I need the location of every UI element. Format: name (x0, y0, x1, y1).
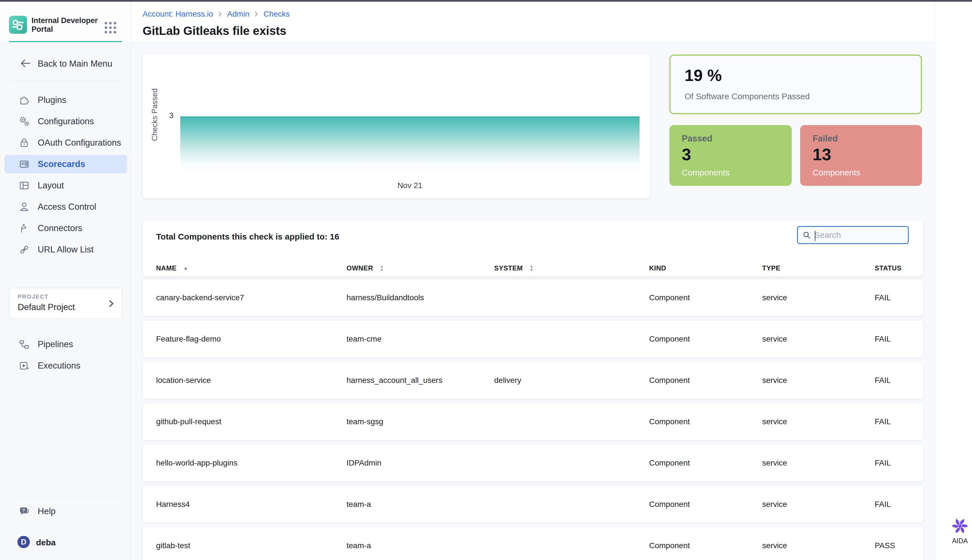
project-selector[interactable]: PROJECT Default Project (9, 288, 122, 319)
table-row[interactable]: Feature-flag-demoteam-cmeComponentservic… (143, 321, 923, 357)
chevron-right-icon (107, 299, 115, 308)
cell-name: Harness4 (156, 500, 190, 509)
cell-type: service (762, 458, 787, 468)
percent-caption: Of Software Components Passed (685, 92, 810, 101)
sidebar-nav: PluginsConfigurationsOAuth Configuration… (5, 91, 127, 262)
table-summary: Total Components this check is applied t… (156, 232, 339, 242)
passed-label: Passed (682, 133, 712, 144)
sidebar-item-oauth-configurations[interactable]: OAuth Configurations (5, 133, 127, 152)
chevron-right-icon (217, 11, 223, 17)
checks-passed-chart: Checks Passed 3 Nov 21 (143, 55, 650, 198)
sidebar-item-connectors[interactable]: Connectors (5, 219, 127, 238)
plugins-icon (18, 94, 30, 106)
right-gutter (935, 2, 972, 560)
cell-owner: harness_account_all_users (346, 376, 443, 385)
breadcrumb-item[interactable]: Checks (264, 10, 290, 18)
layout-icon (18, 179, 30, 192)
user-avatar[interactable]: D (16, 535, 31, 549)
sidebar-item-layout[interactable]: Layout (5, 176, 127, 195)
sidebar-item-label: Configurations (38, 117, 94, 127)
connectors-icon (18, 222, 30, 235)
executions-icon (18, 360, 30, 372)
table-row[interactable]: github-pull-requestteam-sgsgComponentser… (143, 403, 923, 440)
back-to-main-menu[interactable]: Back to Main Menu (9, 55, 122, 73)
breadcrumb-item[interactable]: Admin (227, 10, 249, 18)
sidebar-item-label: Plugins (38, 95, 66, 105)
sidebar-item-url-allow-list[interactable]: URL Allow List (5, 240, 127, 259)
breadcrumb: Account: Harness.ioAdminChecks (143, 10, 290, 18)
passed-caption: Components (682, 168, 730, 177)
table-row[interactable]: Harness4team-aComponentserviceFAIL (143, 486, 923, 523)
text-caret (815, 231, 815, 241)
sidebar-item-configurations[interactable]: Configurations (5, 112, 127, 131)
sidebar-item-executions[interactable]: Executions (5, 357, 127, 375)
divider (9, 80, 122, 81)
sidebar-item-pipelines[interactable]: Pipelines (5, 335, 127, 354)
passed-card: Passed 3 Components (670, 125, 792, 186)
table-row[interactable]: location-serviceharness_account_all_user… (143, 362, 923, 398)
column-header-owner[interactable]: OWNER▲▼ (346, 264, 384, 272)
chart-y-tick: 3 (160, 111, 174, 120)
cell-name: github-pull-request (156, 417, 221, 426)
components-table-rows: canary-backend-service7harness/Buildandt… (143, 280, 923, 560)
sidebar-item-label: Connectors (38, 223, 82, 233)
grid-icon[interactable] (105, 22, 116, 33)
failed-value: 13 (813, 145, 832, 164)
aida-button[interactable]: AIDA (947, 517, 972, 545)
scorecard-icon (18, 158, 30, 170)
sidebar-item-access-control[interactable]: Access Control (5, 198, 127, 216)
column-header-system[interactable]: SYSTEM▲▼ (494, 264, 534, 272)
breadcrumb-item[interactable]: Account: Harness.io (143, 10, 213, 18)
search-box[interactable] (797, 226, 909, 244)
cell-owner: team-a (346, 541, 371, 550)
failed-card: Failed 13 Components (800, 125, 922, 186)
sidebar-item-scorecards[interactable]: Scorecards (5, 155, 127, 173)
sidebar-item-label: Scorecards (38, 159, 85, 169)
sidebar-item-plugins[interactable]: Plugins (5, 91, 127, 109)
sidebar-item-label: Help (38, 506, 56, 517)
divider (9, 497, 122, 498)
aida-label: AIDA (947, 537, 972, 545)
sort-asc-icon: ▲ (184, 265, 188, 271)
cell-status: FAIL (875, 500, 891, 509)
table-row[interactable]: hello-world-app-pluginsIDPAdminComponent… (143, 445, 923, 481)
cell-name: gitlab-test (156, 541, 190, 550)
sidebar-item-label: Executions (38, 361, 80, 371)
cell-owner: team-cme (346, 335, 381, 343)
sidebar-item-help[interactable]: ?Help (5, 502, 127, 521)
sidebar-item-label: OAuth Configurations (38, 138, 121, 148)
sidebar: Internal Developer Portal Back to Main M… (0, 2, 131, 560)
cell-name: location-service (156, 376, 211, 385)
aida-icon (951, 517, 969, 535)
cell-name: hello-world-app-plugins (156, 458, 238, 468)
configurations-icon (18, 115, 30, 128)
table-row[interactable]: canary-backend-service7harness/Buildandt… (143, 280, 923, 316)
pipelines-icon (18, 338, 30, 350)
cell-status: FAIL (875, 293, 891, 302)
back-label: Back to Main Menu (38, 59, 112, 69)
cell-type: service (762, 376, 787, 385)
idp-logo-icon (9, 16, 27, 34)
column-header-label: KIND (649, 264, 666, 272)
chart-area-series (180, 117, 640, 172)
column-header-name[interactable]: NAME▲ (156, 264, 188, 272)
person-icon (18, 201, 30, 213)
cell-kind: Component (649, 458, 690, 468)
help-nav: ?Help (5, 502, 127, 523)
search-input[interactable] (814, 230, 902, 240)
cell-type: service (762, 417, 787, 426)
lock-icon (18, 137, 30, 149)
cell-type: service (762, 293, 787, 302)
cell-status: FAIL (875, 417, 891, 426)
column-header-label: STATUS (875, 264, 902, 272)
column-header-label: OWNER (346, 264, 373, 272)
column-header-label: SYSTEM (494, 264, 523, 272)
sidebar-item-label: Pipelines (38, 339, 73, 350)
table-row[interactable]: gitlab-testteam-aComponentservicePASS (143, 527, 923, 560)
cell-type: service (762, 541, 787, 550)
chart-y-axis-label: Checks Passed (150, 88, 159, 141)
column-header-label: TYPE (762, 264, 780, 272)
cell-kind: Component (649, 376, 690, 385)
table-header-row: NAME▲OWNER▲▼SYSTEM▲▼KINDTYPESTATUS (143, 260, 923, 276)
logo-underline (9, 41, 122, 42)
